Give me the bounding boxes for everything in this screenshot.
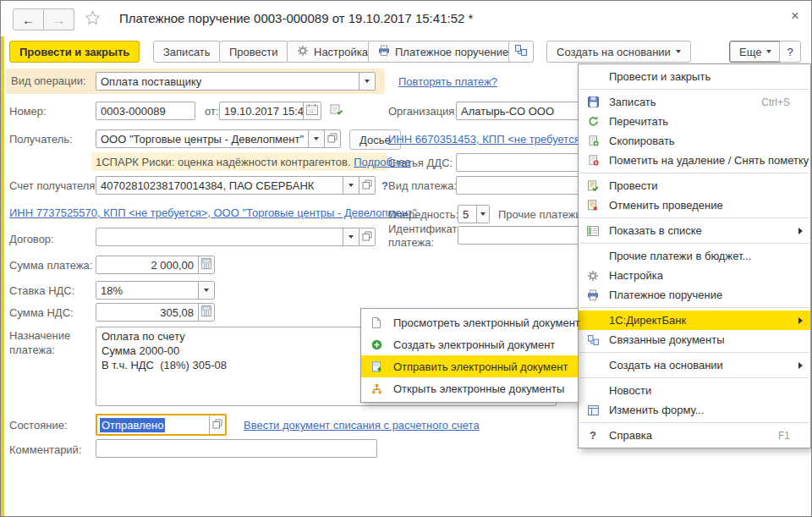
open-link-button[interactable]	[359, 177, 375, 194]
dropdown-button[interactable]	[343, 177, 359, 194]
menu-item-copy[interactable]: Скопировать	[579, 131, 810, 151]
open-link-icon	[362, 231, 372, 244]
menu-item-unpost[interactable]: Отменить проведение	[579, 195, 810, 215]
open-link-button[interactable]	[359, 228, 375, 245]
open-link-button[interactable]	[209, 415, 225, 434]
account-help-icon[interactable]: ?	[381, 179, 388, 192]
repeat-payment-link[interactable]: Повторять платеж?	[398, 75, 497, 88]
menu-item-mark-deletion[interactable]: Пометить на удаление / Снять пометку	[579, 151, 810, 170]
favorite-star-icon[interactable]	[84, 9, 102, 30]
menu-item-show-in-list[interactable]: Показать в списке	[579, 221, 810, 240]
state-field[interactable]: Отправлено	[96, 414, 227, 436]
menu-item-change-form[interactable]: Изменить форму...	[579, 400, 810, 420]
menu-item-label: Записать	[609, 96, 656, 108]
comment-value	[96, 440, 376, 457]
spark-text: 1СПАРК Риски: оценка надёжности контраге…	[96, 156, 351, 168]
dds-field[interactable]	[456, 153, 591, 172]
more-label: Еще	[739, 46, 761, 58]
calculator-button[interactable]	[198, 304, 214, 321]
calendar-button[interactable]	[303, 102, 321, 119]
related-documents-button[interactable]	[508, 41, 534, 63]
payment-id-field[interactable]	[458, 226, 591, 245]
settings-label: Настройка	[314, 46, 368, 58]
menu-item-create-edocument[interactable]: Создать электронный документ	[361, 333, 578, 355]
related-documents-icon	[514, 44, 528, 59]
menu-item-news[interactable]: Новости	[579, 381, 810, 400]
menu-item-other-budget-payments[interactable]: Прочие платежи в бюджет...	[579, 246, 810, 266]
menu-item-view-edocument[interactable]: Просмотреть электронный документ	[361, 311, 578, 333]
vat-rate-select[interactable]: 18%	[96, 281, 215, 300]
send-document-icon	[370, 360, 383, 373]
menu-item-label: Показать в списке	[609, 224, 702, 237]
vat-amount-label: Сумма НДС:	[9, 306, 74, 319]
calendar-icon	[306, 104, 318, 118]
menu-item-send-edocument[interactable]: Отправить электронный документ	[361, 355, 578, 377]
payee-select[interactable]: ООО "Торговые центры - Девелопмент"	[96, 129, 341, 148]
open-link-icon	[362, 179, 372, 192]
menu-item-post[interactable]: Провести	[579, 176, 810, 195]
menu-item-settings[interactable]: Настройка	[579, 266, 810, 285]
enter-debit-document-link[interactable]: Ввести документ списания с расчетного сч…	[244, 419, 480, 432]
dropdown-button[interactable]	[476, 206, 489, 223]
settings-button[interactable]: Настройка	[287, 41, 378, 63]
date-field[interactable]: 19.10.2017 15:41:52	[219, 102, 321, 120]
contract-select[interactable]	[96, 228, 376, 246]
payee-inn-link[interactable]: ИНН 7737525570, КПП <не требуется>, ООО …	[9, 206, 417, 219]
dropdown-button[interactable]	[308, 130, 324, 147]
submenu-arrow-icon	[798, 362, 803, 369]
save-button[interactable]: Записать	[153, 41, 221, 63]
submenu-arrow-icon	[798, 228, 803, 234]
more-button[interactable]: Еще	[729, 41, 782, 63]
menu-separator	[579, 352, 809, 353]
organization-label: Организация:	[388, 105, 458, 118]
organization-value: Алатырь-СО ООО	[457, 102, 590, 119]
payment-kind-field[interactable]	[456, 176, 591, 195]
create-based-on-button[interactable]: Создать на основании	[546, 41, 691, 63]
payment-order-print-label: Платежное поручение	[395, 46, 508, 58]
organization-field[interactable]: Алатырь-СО ООО	[456, 102, 591, 120]
menu-item-help[interactable]: ? Справка F1	[579, 426, 810, 445]
menu-item-label: Пометить на удаление / Снять пометку	[609, 154, 809, 167]
post-and-close-button[interactable]: Провести и закрыть	[9, 41, 140, 63]
menu-item-label: Связанные документы	[609, 333, 725, 346]
comment-field[interactable]	[96, 439, 377, 458]
nav-history-group: ← →	[13, 8, 74, 30]
menu-item-create-based-on[interactable]: Создать на основании	[579, 355, 810, 375]
payment-order-print-button[interactable]: Платежное поручение	[368, 41, 518, 63]
menu-item-label: Новости	[609, 384, 651, 397]
menu-item-reread[interactable]: Перечитать	[579, 112, 810, 131]
open-link-button[interactable]	[324, 130, 340, 147]
organization-inn-link[interactable]: ИНН 6670351453, КПП <не требуется>, О	[388, 133, 578, 146]
priority-value: 5	[458, 206, 476, 223]
menu-separator	[579, 173, 809, 173]
menu-item-open-edocuments[interactable]: Открыть электронные документы	[361, 377, 578, 399]
help-button[interactable]: ?	[779, 41, 801, 63]
forward-button[interactable]: →	[44, 8, 74, 30]
operation-select[interactable]: Оплата поставщику	[96, 72, 376, 91]
account-select[interactable]: 40702810238170014384, ПАО СБЕРБАНК	[96, 176, 376, 195]
menu-item-label: 1С:ДиректБанк	[609, 314, 686, 327]
menu-item-save[interactable]: Записать Ctrl+S	[579, 92, 810, 112]
dropdown-button[interactable]	[198, 282, 214, 299]
back-button[interactable]: ←	[13, 8, 44, 30]
priority-select[interactable]: 5	[458, 205, 490, 223]
enter-based-on-icon[interactable]	[330, 103, 343, 118]
number-field[interactable]: 0003-000089	[96, 102, 195, 120]
menu-item-payment-order-print[interactable]: Платежное поручение	[579, 285, 810, 305]
dropdown-button[interactable]	[359, 73, 375, 90]
post-button[interactable]: Провести	[219, 41, 288, 63]
menu-item-directbank[interactable]: 1С:ДиректБанк	[579, 311, 810, 330]
menu-item-related-documents[interactable]: Связанные документы	[579, 330, 810, 349]
payment-id-label: Идентификатор платежа:	[388, 223, 456, 250]
amount-value: 2 000,00	[96, 256, 198, 273]
dropdown-button[interactable]	[343, 228, 359, 245]
vat-amount-field[interactable]: 305,08	[96, 303, 215, 322]
related-documents-icon	[586, 333, 600, 347]
refresh-icon	[586, 115, 600, 129]
payment-id-value	[458, 227, 590, 244]
menu-item-post-and-close[interactable]: Провести и закрыть	[579, 67, 810, 86]
calculator-button[interactable]	[198, 256, 214, 273]
amount-field[interactable]: 2 000,00	[96, 256, 215, 274]
menu-item-label: Провести	[609, 179, 658, 192]
close-icon[interactable]: ×	[791, 8, 799, 25]
